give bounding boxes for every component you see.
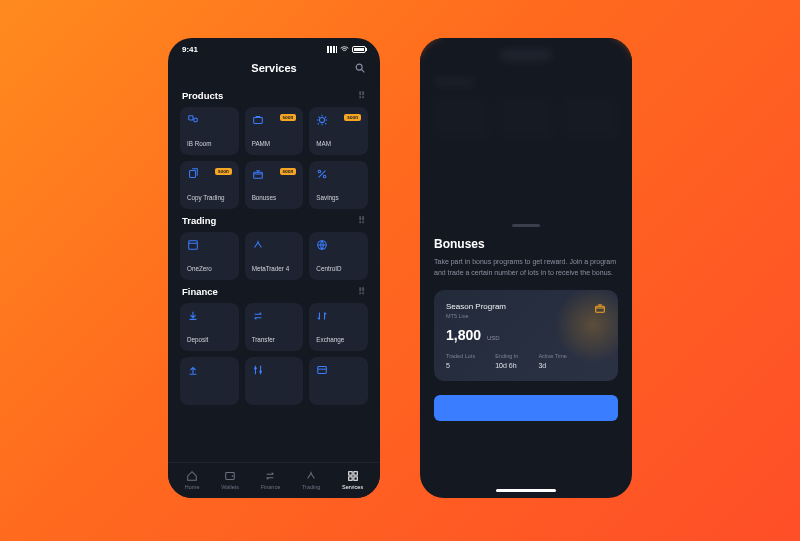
tab-label: Services [342,484,363,490]
battery-icon [352,46,366,53]
people-icon [187,114,199,126]
home-indicator[interactable] [496,489,556,492]
section-head: Products⠿ [180,84,368,107]
gear-icon [316,114,328,126]
bonus-name: Season Program [446,302,506,311]
tile-label: Savings [316,194,361,201]
stat-label: Traded Lots [446,353,475,359]
phone-services: 9:41 Services Products⠿IB RoomsoonPAMMso… [168,38,380,498]
service-tile[interactable]: soonCopy Trading [180,161,239,209]
badge: soon [280,168,297,175]
service-tile[interactable] [309,357,368,405]
service-tile[interactable]: soonMAM [309,107,368,155]
service-tile[interactable] [245,357,304,405]
badge: soon [344,114,361,121]
download-icon [187,310,199,322]
tab-home[interactable]: Home [185,470,200,490]
header: Services [168,56,380,84]
bonus-amount: 1,800 USD [446,327,606,343]
page-title: Services [251,62,296,74]
blurred-background [420,38,632,218]
tile-label: Transfer [252,336,297,343]
tile-label: CentroID [316,265,361,272]
stat: Traded Lots5 [446,353,475,369]
tab-label: Home [185,484,200,490]
service-tile[interactable]: Transfer [245,303,304,351]
service-tile[interactable]: Exchange [309,303,368,351]
tab-finance[interactable]: Finance [261,470,281,490]
tab-label: Trading [302,484,320,490]
wallets-tab-icon [224,470,236,482]
section-title: Products [182,90,223,101]
tile-label: OneZero [187,265,232,272]
tab-wallets[interactable]: Wallets [221,470,239,490]
status-time: 9:41 [182,45,198,54]
percent-icon [316,168,328,180]
briefcase-icon [252,114,264,126]
search-icon[interactable] [354,62,366,74]
service-tile[interactable] [180,357,239,405]
sheet-title: Bonuses [434,237,618,251]
home-tab-icon [186,470,198,482]
tab-services[interactable]: Services [342,470,363,490]
primary-button[interactable] [434,395,618,421]
bonus-card[interactable]: Season Program MT5 Live 1,800 USD Traded… [434,290,618,381]
trading-tab-icon [305,470,317,482]
tile-label: Bonuses [252,194,297,201]
service-tile[interactable]: soonPAMM [245,107,304,155]
wifi-icon [340,46,349,53]
bonuses-sheet: Bonuses Take part in bonus programs to g… [420,218,632,498]
stat-label: Ending In [495,353,518,359]
exchange-icon [316,310,328,322]
sliders-icon [252,364,264,376]
services-tab-icon [347,470,359,482]
upload-icon [187,364,199,376]
reorder-icon[interactable]: ⠿ [358,286,366,297]
stat-value: 10d 6h [495,362,518,369]
sheet-handle[interactable] [512,224,540,227]
service-tile[interactable]: Savings [309,161,368,209]
stat: Active Time3d [538,353,566,369]
service-tile[interactable]: MetaTrader 4 [245,232,304,280]
stat-value: 5 [446,362,475,369]
bonus-stats: Traded Lots5Ending In10d 6hActive Time3d [446,353,606,369]
sheet-description: Take part in bonus programs to get rewar… [434,257,618,278]
stat: Ending In10d 6h [495,353,518,369]
finance-tab-icon [264,470,276,482]
status-icons [327,46,366,53]
signal-icon [327,46,337,53]
tile-grid: IB RoomsoonPAMMsoonMAMsoonCopy Tradingso… [180,107,368,209]
badge: soon [280,114,297,121]
card-icon [316,364,328,376]
tab-bar: HomeWalletsFinanceTradingServices [168,462,380,498]
bonus-account: MT5 Live [446,313,506,319]
status-bar: 9:41 [168,38,380,56]
tile-label: Exchange [316,336,361,343]
reorder-icon[interactable]: ⠿ [358,90,366,101]
services-scroll[interactable]: Products⠿IB RoomsoonPAMMsoonMAMsoonCopy … [168,84,380,462]
service-tile[interactable]: IB Room [180,107,239,155]
stat-value: 3d [538,362,566,369]
tab-trading[interactable]: Trading [302,470,320,490]
service-tile[interactable]: soonBonuses [245,161,304,209]
tile-label: MAM [316,140,361,147]
arrows-icon [252,239,264,251]
swap-icon [252,310,264,322]
tile-label: MetaTrader 4 [252,265,297,272]
globe-icon [316,239,328,251]
service-tile[interactable]: Deposit [180,303,239,351]
badge: soon [215,168,232,175]
service-tile[interactable]: CentroID [309,232,368,280]
phone-bonuses: Bonuses Take part in bonus programs to g… [420,38,632,498]
tile-label: PAMM [252,140,297,147]
tile-grid: DepositTransferExchange [180,303,368,405]
tab-label: Finance [261,484,281,490]
tile-grid: OneZeroMetaTrader 4CentroID [180,232,368,280]
reorder-icon[interactable]: ⠿ [358,215,366,226]
tile-label: Deposit [187,336,232,343]
stat-label: Active Time [538,353,566,359]
service-tile[interactable]: OneZero [180,232,239,280]
section-title: Finance [182,286,218,297]
section-title: Trading [182,215,216,226]
section-head: Finance⠿ [180,280,368,303]
